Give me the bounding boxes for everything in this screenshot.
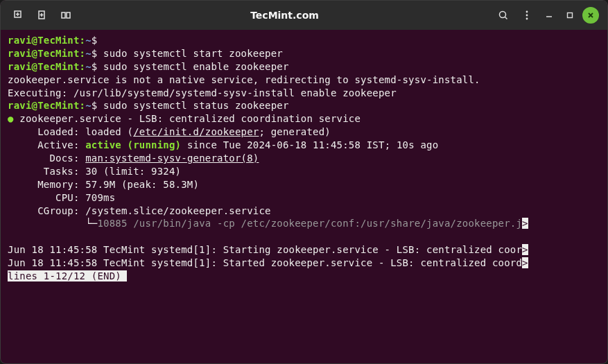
- output-redirect: zookeeper.service is not a native servic…: [8, 74, 480, 85]
- prompt-sep: :: [80, 61, 86, 72]
- prompt-user: ravi@TecMint: [8, 48, 80, 59]
- prompt-path: ~: [85, 48, 92, 59]
- loaded-tail: ; generated): [259, 126, 331, 137]
- log-line-1: Jun 18 11:45:58 TecMint systemd[1]: Star…: [8, 244, 522, 255]
- prompt-dollar: $: [92, 61, 98, 72]
- status-dot-icon: ●: [8, 113, 14, 124]
- minimize-button[interactable]: [541, 7, 557, 24]
- prompt-path: ~: [85, 100, 92, 111]
- svg-rect-1: [67, 12, 70, 18]
- pager-status: lines 1-12/12 (END): [8, 270, 121, 281]
- active-label: Active:: [8, 139, 85, 150]
- menu-icon[interactable]: [517, 6, 537, 25]
- prompt-path: ~: [85, 61, 92, 72]
- svg-point-2: [500, 12, 506, 18]
- svg-point-5: [526, 18, 528, 20]
- terminal-window: TecMint.com ravi@TecMint:~$ ravi@TecMint…: [0, 0, 608, 364]
- window-title: TecMint.com: [81, 10, 488, 21]
- command-start: sudo systemctl start zookeeper: [103, 48, 283, 59]
- svg-point-4: [526, 15, 528, 17]
- cgroup-line: CGroup: /system.slice/zookeeper.service: [8, 205, 271, 216]
- prompt-user: ravi@TecMint: [8, 35, 80, 46]
- scroll-indicator: >: [522, 257, 528, 268]
- maximize-button[interactable]: [562, 7, 578, 24]
- svg-rect-0: [62, 12, 65, 18]
- svg-point-3: [526, 11, 528, 13]
- tree-prefix: └─: [8, 218, 97, 229]
- memory-line: Memory: 57.9M (peak: 58.3M): [8, 179, 199, 190]
- loaded-label: Loaded: loaded (: [8, 126, 133, 137]
- prompt-user: ravi@TecMint: [8, 100, 80, 111]
- prompt-dollar: $: [92, 35, 98, 46]
- prompt-sep: :: [80, 48, 86, 59]
- prompt-user: ravi@TecMint: [8, 61, 80, 72]
- prompt-path: ~: [85, 35, 92, 46]
- new-tab-button[interactable]: [9, 6, 28, 25]
- docs-label: Docs:: [8, 153, 85, 164]
- scroll-indicator: >: [522, 218, 528, 229]
- titlebar-right: [494, 6, 599, 25]
- process-line: 10885 /usr/bin/java -cp /etc/zookeeper/c…: [97, 218, 522, 229]
- prompt-sep: :: [80, 35, 86, 46]
- active-value: active (running): [85, 139, 181, 150]
- titlebar-left: [9, 6, 76, 25]
- search-icon[interactable]: [494, 6, 513, 25]
- output-executing: Executing: /usr/lib/systemd/systemd-sysv…: [8, 87, 397, 98]
- docs-link: man:systemd-sysv-generator(8): [85, 153, 259, 164]
- cpu-line: CPU: 709ms: [8, 192, 115, 203]
- split-icon[interactable]: [56, 6, 76, 25]
- tasks-line: Tasks: 30 (limit: 9324): [8, 166, 181, 177]
- loaded-path: /etc/init.d/zookeeper: [133, 126, 259, 137]
- service-header: zookeeper.service - LSB: centralized coo…: [19, 113, 361, 124]
- close-button[interactable]: [582, 7, 599, 24]
- cursor: [121, 270, 127, 281]
- svg-rect-6: [568, 13, 573, 18]
- command-enable: sudo systemctl enable zookeeper: [103, 61, 289, 72]
- new-window-icon[interactable]: [33, 6, 52, 25]
- prompt-dollar: $: [92, 48, 98, 59]
- scroll-indicator: >: [522, 244, 528, 255]
- prompt-sep: :: [80, 100, 86, 111]
- prompt-dollar: $: [92, 100, 98, 111]
- command-status: sudo systemctl status zookeeper: [103, 100, 289, 111]
- active-tail: since Tue 2024-06-18 11:45:58 IST; 10s a…: [181, 139, 438, 150]
- terminal-body[interactable]: ravi@TecMint:~$ ravi@TecMint:~$ sudo sys…: [1, 30, 607, 363]
- log-line-2: Jun 18 11:45:58 TecMint systemd[1]: Star…: [8, 257, 522, 268]
- titlebar: TecMint.com: [1, 1, 607, 30]
